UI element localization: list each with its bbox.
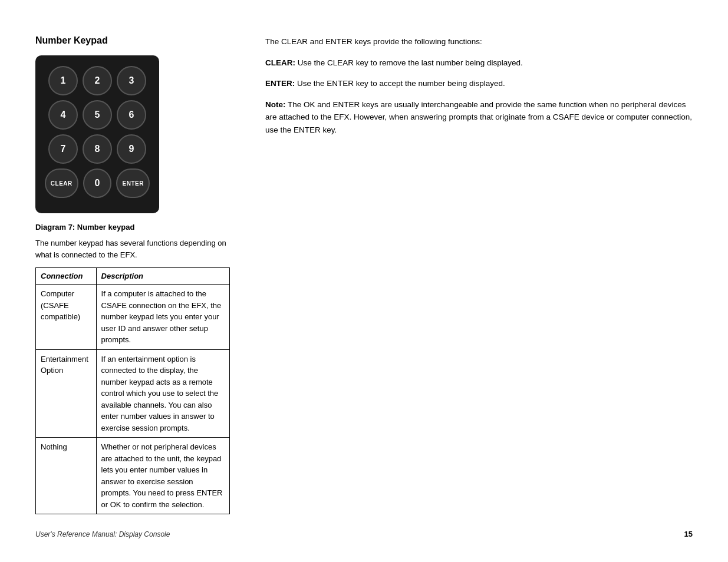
col1-header: Connection: [36, 268, 97, 285]
keypad-row-3: 7 8 9: [45, 134, 150, 164]
enter-label: ENTER:: [265, 79, 295, 88]
connection-cell: Computer (CSAFE compatible): [36, 285, 97, 350]
col2-header: Description: [96, 268, 229, 285]
key-1[interactable]: 1: [48, 66, 78, 95]
description-cell: If a computer is attached to the CSAFE c…: [96, 285, 229, 350]
key-5[interactable]: 5: [83, 100, 112, 130]
main-content: Number Keypad 1 2 3 4 5 6 7 8 9: [35, 35, 693, 518]
keypad-diagram: 1 2 3 4 5 6 7 8 9 CLEAR 0 ENTER: [35, 55, 159, 213]
key-0[interactable]: 0: [83, 168, 112, 198]
note-label: Note:: [265, 100, 286, 109]
right-intro: The CLEAR and ENTER keys provide the fol…: [265, 35, 693, 48]
clear-paragraph: CLEAR: Use the CLEAR key to remove the l…: [265, 57, 693, 70]
keypad-row-2: 4 5 6: [45, 100, 150, 130]
section-title: Number Keypad: [35, 35, 230, 46]
keypad-row-1: 1 2 3: [45, 66, 150, 95]
key-7[interactable]: 7: [48, 134, 78, 164]
footer-page: 15: [684, 530, 693, 538]
footer-left: User's Reference Manual: Display Console: [35, 530, 170, 538]
connection-cell: Entertainment Option: [36, 349, 97, 438]
note-paragraph: Note: The OK and ENTER keys are usually …: [265, 98, 693, 137]
key-8[interactable]: 8: [83, 134, 112, 164]
key-4[interactable]: 4: [48, 100, 78, 130]
key-enter[interactable]: ENTER: [116, 168, 150, 198]
key-2[interactable]: 2: [83, 66, 112, 95]
intro-text: The number keypad has several functions …: [35, 237, 230, 260]
diagram-caption: Diagram 7: Number keypad: [35, 223, 230, 232]
key-clear[interactable]: CLEAR: [45, 168, 78, 198]
right-column: The CLEAR and ENTER keys provide the fol…: [253, 35, 693, 518]
table-row: NothingWhether or not peripheral devices…: [36, 438, 230, 514]
enter-text: Use the ENTER key to accept the number b…: [295, 79, 505, 88]
description-cell: Whether or not peripheral devices are at…: [96, 438, 229, 514]
clear-text: Use the CLEAR key to remove the last num…: [295, 58, 523, 67]
key-9[interactable]: 9: [117, 134, 146, 164]
connection-cell: Nothing: [36, 438, 97, 514]
key-3[interactable]: 3: [117, 66, 146, 95]
table-row: Entertainment OptionIf an entertainment …: [36, 349, 230, 438]
note-text: The OK and ENTER keys are usually interc…: [265, 100, 692, 134]
connection-table: Connection Description Computer (CSAFE c…: [35, 267, 230, 514]
footer: User's Reference Manual: Display Console…: [35, 518, 693, 538]
key-6[interactable]: 6: [117, 100, 146, 130]
enter-paragraph: ENTER: Use the ENTER key to accept the n…: [265, 77, 693, 90]
table-row: Computer (CSAFE compatible)If a computer…: [36, 285, 230, 350]
clear-label: CLEAR:: [265, 58, 295, 67]
left-column: Number Keypad 1 2 3 4 5 6 7 8 9: [35, 35, 230, 518]
keypad-row-4: CLEAR 0 ENTER: [45, 168, 150, 198]
description-cell: If an entertainment option is connected …: [96, 349, 229, 438]
page-container: Number Keypad 1 2 3 4 5 6 7 8 9: [0, 0, 728, 562]
